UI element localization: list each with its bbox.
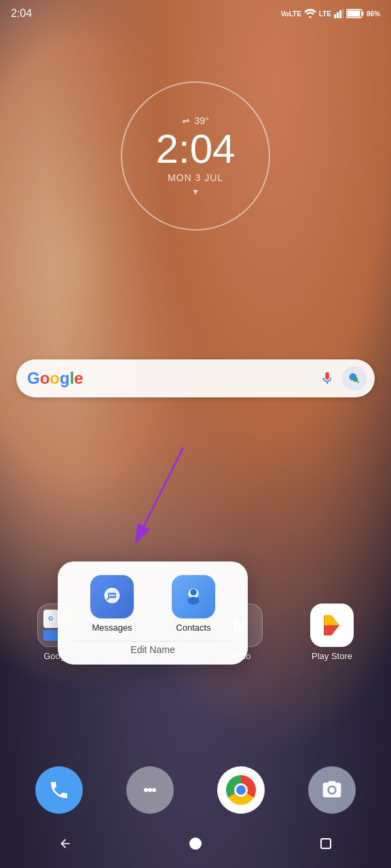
home-button[interactable] bbox=[181, 829, 210, 859]
playstore-app-icon bbox=[310, 604, 354, 647]
status-time: 2:04 bbox=[11, 7, 32, 20]
lens-icon[interactable] bbox=[342, 366, 367, 391]
search-bar[interactable]: Google bbox=[16, 359, 375, 397]
nav-bar bbox=[0, 819, 391, 868]
svg-rect-1 bbox=[337, 12, 339, 18]
contacts-app-icon bbox=[172, 575, 215, 618]
recents-button[interactable] bbox=[311, 829, 341, 859]
app-drawer-dock[interactable] bbox=[126, 766, 174, 814]
contacts-app[interactable]: Contacts bbox=[172, 575, 215, 633]
google-logo: Google bbox=[27, 369, 83, 388]
back-button[interactable] bbox=[50, 829, 80, 859]
clock-widget[interactable]: ⇌ 39° 2:04 MON 3 JUL ▼ bbox=[121, 81, 270, 231]
svg-point-22 bbox=[329, 787, 335, 793]
svg-rect-6 bbox=[347, 11, 360, 17]
folder-edit-name[interactable]: Edit Name bbox=[71, 641, 234, 655]
svg-rect-5 bbox=[362, 12, 363, 16]
playstore-app[interactable]: Play Store bbox=[305, 604, 359, 661]
svg-point-21 bbox=[152, 788, 156, 792]
svg-point-16 bbox=[187, 597, 199, 604]
temperature: 39° bbox=[194, 115, 208, 126]
chrome-inner-circle bbox=[234, 783, 248, 797]
svg-rect-3 bbox=[342, 9, 343, 18]
messages-app[interactable]: Messages bbox=[90, 575, 134, 633]
chrome-dock-app[interactable] bbox=[217, 766, 265, 814]
lte-icon: LTE bbox=[319, 10, 331, 18]
volte-icon: VoLTE bbox=[281, 10, 301, 18]
clock-date: MON 3 JUL bbox=[168, 172, 223, 183]
status-icons: VoLTE LTE 86% bbox=[281, 9, 380, 18]
svg-rect-0 bbox=[334, 14, 336, 18]
svg-rect-2 bbox=[339, 10, 341, 18]
svg-point-12 bbox=[111, 595, 113, 597]
messages-app-icon bbox=[90, 575, 134, 618]
playstore-label: Play Store bbox=[312, 651, 352, 661]
status-bar: 2:04 VoLTE LTE 86% bbox=[0, 0, 391, 27]
folder-popup: Messages Contacts Edit Name bbox=[58, 561, 248, 665]
wind-icon: ⇌ bbox=[182, 115, 190, 126]
clock-dropdown-arrow: ▼ bbox=[191, 187, 200, 197]
clock-time: 2:04 bbox=[156, 129, 236, 170]
battery-percent: 86% bbox=[367, 10, 380, 18]
mic-icon[interactable] bbox=[315, 366, 339, 391]
folder-apps-container: Messages Contacts bbox=[71, 575, 234, 633]
svg-point-20 bbox=[148, 788, 152, 792]
messages-label: Messages bbox=[92, 623, 132, 633]
svg-point-13 bbox=[113, 595, 115, 597]
wifi-icon bbox=[304, 9, 316, 18]
camera-dock-app[interactable] bbox=[308, 766, 356, 814]
svg-point-15 bbox=[190, 589, 197, 596]
contacts-label: Contacts bbox=[176, 623, 210, 633]
weather-info: ⇌ 39° bbox=[182, 115, 208, 126]
battery-icon bbox=[346, 9, 364, 18]
svg-point-7 bbox=[353, 377, 358, 382]
signal-icon bbox=[334, 9, 343, 18]
phone-dock-app[interactable] bbox=[35, 766, 83, 814]
svg-point-11 bbox=[109, 595, 111, 597]
dock bbox=[0, 766, 391, 814]
svg-point-19 bbox=[144, 788, 148, 792]
chrome-outer-ring bbox=[226, 775, 256, 805]
